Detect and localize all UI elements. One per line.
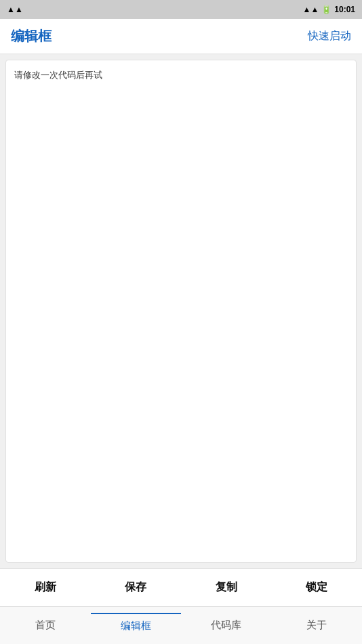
- header: 编辑框 快速启动: [0, 19, 362, 54]
- status-bar: ▲▲ ▲▲ 🔋 10:01: [0, 0, 362, 19]
- signal-icon: ▲▲: [303, 5, 319, 14]
- refresh-button[interactable]: 刷新: [0, 580, 91, 595]
- action-bar: 刷新 保存 复制 锁定: [0, 568, 362, 606]
- nav-item-home[interactable]: 首页: [0, 613, 91, 637]
- status-bar-left: ▲▲: [7, 5, 23, 14]
- status-bar-right: ▲▲ 🔋 10:01: [303, 5, 355, 14]
- editor-area[interactable]: 请修改一次代码后再试: [5, 60, 357, 563]
- nav-item-about[interactable]: 关于: [272, 613, 363, 637]
- nav-item-codelib[interactable]: 代码库: [181, 613, 272, 637]
- page-title: 编辑框: [11, 27, 52, 45]
- bottom-nav: 首页 编辑框 代码库 关于: [0, 606, 362, 644]
- editor-content: 请修改一次代码后再试: [14, 68, 348, 82]
- quick-start-button[interactable]: 快速启动: [308, 29, 351, 43]
- save-button[interactable]: 保存: [91, 580, 182, 595]
- lock-button[interactable]: 锁定: [272, 580, 363, 595]
- copy-button[interactable]: 复制: [181, 580, 272, 595]
- time-display: 10:01: [334, 5, 355, 14]
- nav-item-editor[interactable]: 编辑框: [91, 613, 182, 638]
- battery-icon: 🔋: [321, 5, 331, 14]
- wifi-icon: ▲▲: [7, 5, 23, 14]
